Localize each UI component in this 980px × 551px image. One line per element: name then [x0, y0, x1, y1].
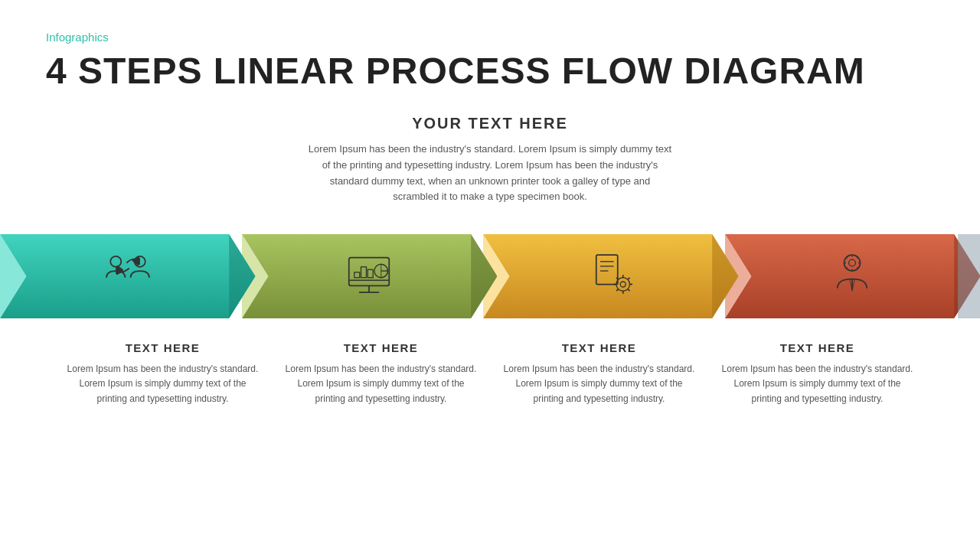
step-1-icon	[101, 249, 155, 303]
svg-line-31	[628, 278, 630, 280]
text-section: TEXT HERE Lorem Ipsum has been the indus…	[46, 341, 934, 406]
svg-point-38	[849, 259, 856, 266]
step-4-icon	[825, 249, 879, 303]
step-1-shape	[0, 234, 256, 318]
svg-line-32	[616, 289, 619, 292]
svg-point-24	[620, 282, 626, 287]
svg-rect-14	[368, 269, 374, 278]
step-3-icon	[584, 249, 638, 303]
svg-rect-13	[361, 267, 367, 278]
ribbon-section	[0, 227, 980, 326]
step-3-body: Lorem Ipsum has been the industry's stan…	[501, 362, 697, 406]
infographics-label: Infographics	[46, 31, 934, 44]
step-2-body: Lorem Ipsum has been the industry's stan…	[283, 362, 479, 406]
svg-marker-2	[229, 234, 255, 318]
svg-rect-12	[354, 272, 360, 278]
center-heading: YOUR TEXT HERE	[46, 115, 934, 132]
svg-rect-19	[596, 255, 618, 285]
center-body: Lorem Ipsum has been the industry's stan…	[306, 142, 674, 205]
step-4-text: TEXT HERE Lorem Ipsum has been the indus…	[708, 341, 926, 406]
svg-marker-7	[471, 234, 497, 318]
svg-point-4	[135, 256, 145, 267]
step-4-body: Lorem Ipsum has been the industry's stan…	[720, 362, 915, 406]
step-2-icon	[342, 249, 396, 303]
svg-line-30	[628, 289, 630, 292]
main-title: 4 STEPS LINEAR PROCESS FLOW DIAGRAM	[46, 50, 934, 92]
step-4-title: TEXT HERE	[720, 341, 915, 354]
step-3-shape	[483, 234, 739, 318]
center-section: YOUR TEXT HERE Lorem Ipsum has been the …	[46, 115, 934, 205]
ribbon-container	[0, 227, 980, 326]
step-4-shape	[725, 234, 981, 318]
svg-marker-36	[958, 234, 980, 318]
step-2-title: TEXT HERE	[283, 341, 479, 354]
step-1-title: TEXT HERE	[65, 341, 260, 354]
step-1-text: TEXT HERE Lorem Ipsum has been the indus…	[54, 341, 272, 406]
step-2-shape	[242, 234, 498, 318]
step-3-text: TEXT HERE Lorem Ipsum has been the indus…	[490, 341, 708, 406]
svg-rect-8	[349, 258, 390, 286]
page: Infographics 4 STEPS LINEAR PROCESS FLOW…	[0, 0, 980, 551]
step-3-title: TEXT HERE	[501, 341, 697, 354]
svg-marker-18	[712, 234, 738, 318]
step-2-text: TEXT HERE Lorem Ipsum has been the indus…	[272, 341, 490, 406]
svg-point-3	[110, 256, 121, 267]
step-1-body: Lorem Ipsum has been the industry's stan…	[65, 362, 260, 406]
